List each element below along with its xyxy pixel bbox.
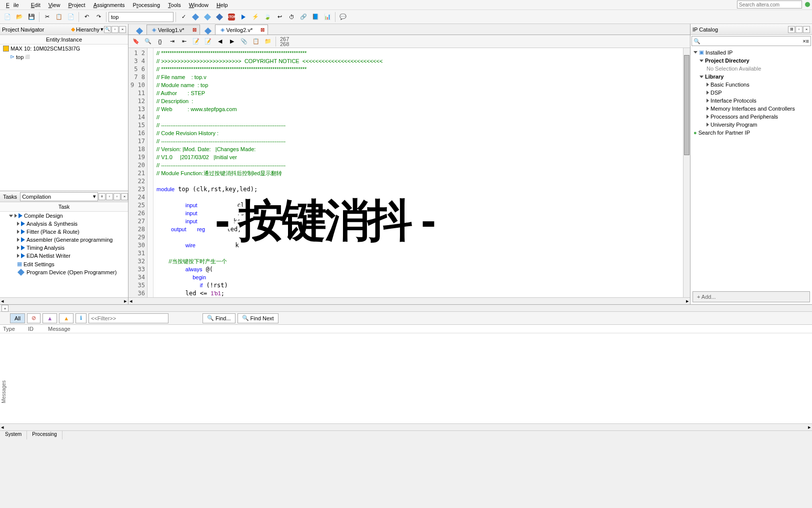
messages-side-label[interactable]: Messages [1,380,6,403]
redo-icon[interactable]: ↷ [93,12,104,23]
new-file-icon[interactable]: 📄 [2,12,13,23]
indent-icon[interactable]: ⇥ [166,36,178,47]
task-item[interactable]: Compile Design [0,212,128,220]
find-button[interactable]: 🔍Find... [202,313,236,323]
timer-icon[interactable]: ⏱ [286,12,297,23]
top-entity-node[interactable]: ⊳top⬜ [0,53,128,61]
cut-icon[interactable]: ✂ [42,12,52,23]
tasks-opt3-icon[interactable]: ▫ [114,193,120,200]
tab-verilog2[interactable]: ◈ Verilog2.v* ⊠ [215,25,268,35]
braces-icon[interactable]: {} [154,36,166,47]
hierarchy-icon[interactable]: 🔗 [298,12,309,23]
pin-planner-icon[interactable]: 📊 [322,12,333,23]
ip-category-node[interactable]: Processors and Peripherals [692,113,811,121]
menu-edit[interactable]: Edit [27,1,44,9]
menu-window[interactable]: Window [185,1,212,9]
msg-close-icon[interactable]: × [2,305,8,312]
chat-icon[interactable]: 💬 [338,12,348,23]
prev-bookmark-icon[interactable]: ◀ [214,36,226,47]
menu-processing[interactable]: Processing [129,1,164,9]
filter-all-button[interactable]: All [10,313,25,323]
code-editor[interactable]: // *************************************… [154,48,683,297]
menu-help[interactable]: Help [212,1,232,9]
analysis-icon[interactable] [202,12,213,23]
filter-info-button[interactable]: ℹ [76,313,86,323]
task-item[interactable]: Fitter (Place & Route) [0,228,128,236]
save-icon[interactable]: 💾 [26,12,37,23]
task-item[interactable]: Assembler (Generate programming [0,236,128,244]
close-tab-icon[interactable]: ⊠ [260,27,264,33]
uncomment-icon[interactable]: 📝 [202,36,214,47]
ip-category-node[interactable]: University Program [692,121,811,129]
fold-gutter[interactable] [148,48,154,297]
message-filter-input[interactable] [88,313,168,323]
ip-search-input[interactable]: 🔍×≡ [692,36,811,46]
ip-category-node[interactable]: Memory Interfaces and Controllers [692,105,811,113]
tab-prev-icon[interactable] [136,28,143,35]
message-list[interactable] [0,333,812,423]
ip-pin-icon[interactable]: ▫ [796,26,802,33]
msg-hscroll[interactable]: ◂▸ [0,423,812,430]
comment-icon[interactable]: 📝 [190,36,202,47]
menu-project[interactable]: Project [64,1,89,9]
filter-warning-button[interactable]: ▲ [59,313,74,323]
tasks-flow-combo[interactable]: Compilation▾ [20,192,98,201]
search-mini-icon[interactable]: 🔍 [104,26,111,33]
project-dir-node[interactable]: Project Directory [692,57,811,65]
open-folder-icon[interactable]: 📂 [14,12,25,23]
attach-icon[interactable]: 📎 [238,36,250,47]
ip-tree[interactable]: ▣Installed IP Project Directory No Selec… [690,47,812,289]
filter-critical-button[interactable]: ▲ [42,313,57,323]
settings-icon[interactable]: ✓ [178,12,189,23]
ip-category-node[interactable]: Basic Functions [692,81,811,89]
outdent-icon[interactable]: ⇤ [178,36,190,47]
device-node[interactable]: MAX 10: 10M02SCM153I7G [0,45,128,53]
bookmark-icon[interactable]: 🔖 [130,36,142,47]
close-panel-icon[interactable]: × [119,26,126,33]
task-item[interactable]: Analysis & Synthesis [0,220,128,228]
compile-icon[interactable] [190,12,201,23]
navigator-tree[interactable]: Entity:Instance MAX 10: 10M02SCM153I7G ⊳… [0,35,128,191]
stop-icon[interactable]: STOP [226,12,237,23]
eco-icon[interactable]: 🍃 [262,12,273,23]
ip-category-node[interactable]: Interface Protocols [692,97,811,105]
entity-combo[interactable]: top [108,12,174,22]
fitter-icon[interactable] [214,12,225,23]
add-ip-button[interactable]: + Add... [692,291,810,302]
copy-icon[interactable]: 📋 [54,12,64,23]
filter-error-button[interactable]: ⊘ [27,313,40,323]
menu-file[interactable]: File [2,1,27,9]
back-icon[interactable]: ↩ [274,12,285,23]
task-item[interactable]: Program Device (Open Programmer) [0,268,128,276]
chip-icon[interactable]: 📘 [310,12,321,23]
editor-vscroll[interactable] [683,48,690,297]
hierarchy-dropdown[interactable]: Hierarchy [76,27,100,33]
editor-hscroll[interactable]: ◂▸ [128,297,690,304]
menu-tools[interactable]: Tools [164,1,185,9]
find-icon[interactable]: 🔍 [142,36,154,47]
task-item[interactable]: EDA Netlist Writer [0,252,128,260]
task-item[interactable]: Timing Analysis [0,244,128,252]
simulate-icon[interactable]: ⚡ [250,12,261,23]
paste-icon[interactable]: 📄 [66,12,76,23]
undo-icon[interactable]: ↶ [81,12,92,23]
folder-icon[interactable]: 📁 [262,36,274,47]
pin-panel-icon[interactable]: ▫ [112,26,118,33]
tab-verilog1[interactable]: ◈ Verilog1.v* ⊠ [146,25,200,35]
menu-view[interactable]: View [44,1,64,9]
ip-category-node[interactable]: DSP [692,89,811,97]
next-bookmark-icon[interactable]: ▶ [226,36,238,47]
tasks-tree[interactable]: Task Compile DesignAnalysis & SynthesisF… [0,202,128,297]
tasks-opt1-icon[interactable]: ≡ [98,193,106,200]
close-tab-icon[interactable]: ⊠ [192,27,196,33]
library-node[interactable]: Library [692,73,811,81]
search-altera-input[interactable] [737,1,802,9]
search-partner-ip[interactable]: ●Search for Partner IP [692,129,811,137]
ip-opt-icon[interactable]: ⊞ [788,26,795,33]
tasks-opt2-icon[interactable]: ▫ [106,193,113,200]
play-icon[interactable] [238,12,249,23]
tab-system[interactable]: System [0,431,27,439]
tab-processing[interactable]: Processing [27,431,62,439]
ip-close-icon[interactable]: × [803,26,810,33]
installed-ip-node[interactable]: ▣Installed IP [692,48,811,57]
